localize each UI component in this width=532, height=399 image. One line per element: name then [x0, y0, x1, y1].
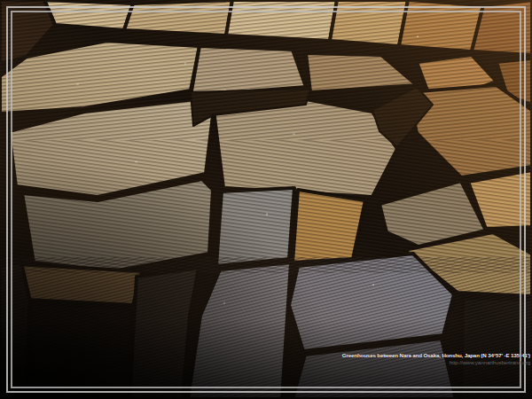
photo-caption-title: Greenhouses between Nara and Osaka, Hons…: [342, 352, 530, 358]
photo-caption-url: http://www.yannarthusbertrand.org: [342, 359, 530, 365]
photo-caption: Greenhouses between Nara and Osaka, Hons…: [342, 352, 530, 365]
aerial-photo: [0, 0, 532, 399]
wallpaper-stage: Greenhouses between Nara and Osaka, Hons…: [0, 0, 532, 399]
